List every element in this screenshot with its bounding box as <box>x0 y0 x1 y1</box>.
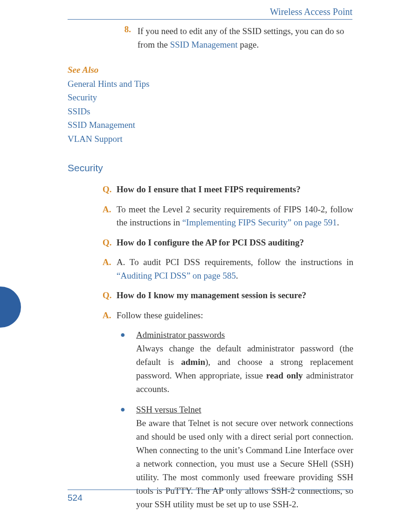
qa-block: Q. How do I ensure that I meet FIPS requ… <box>103 183 353 511</box>
step-marker: 8. <box>68 24 138 52</box>
a-after: . <box>337 217 339 227</box>
bullet-content: Administrator passwords Always change th… <box>136 329 353 396</box>
qa-question: Q. How do I know my management session i… <box>103 289 353 302</box>
a-text: A. To audit PCI DSS requirements, follow… <box>117 256 353 282</box>
see-also-heading: See Also <box>68 65 353 75</box>
see-also-item[interactable]: SSIDs <box>68 105 353 118</box>
q-marker: Q. <box>103 236 117 250</box>
a-after: . <box>236 271 238 280</box>
page-number: 524 <box>68 493 352 503</box>
q-marker: Q. <box>103 183 117 196</box>
bullet-item: ● Administrator passwords Always change … <box>120 329 353 396</box>
q-marker: Q. <box>103 289 117 302</box>
qa-answer: A. To meet the Level 2 security requirem… <box>103 203 353 230</box>
qa-question: Q. How do I ensure that I meet FIPS requ… <box>103 183 353 196</box>
a-before: Follow these guidelines: <box>117 310 203 320</box>
step-8: 8. If you need to edit any of the SSID s… <box>68 24 353 52</box>
q-text: How do I know my management session is s… <box>117 289 353 302</box>
a-text: Follow these guidelines: <box>117 309 353 322</box>
qa-answer: A. Follow these guidelines: <box>103 309 353 322</box>
side-tab-indicator <box>0 287 21 328</box>
bullet-title: Administrator passwords <box>136 330 225 340</box>
a-marker: A. <box>103 309 117 322</box>
qa-question: Q. How do I configure the AP for PCI DSS… <box>103 236 353 250</box>
qa-answer: A. A. To audit PCI DSS requirements, fol… <box>103 256 353 282</box>
step-content: If you need to edit any of the SSID sett… <box>138 24 353 52</box>
section-heading-security: Security <box>68 162 353 174</box>
link-fips-security[interactable]: “Implementing FIPS Security” on page 591 <box>182 217 337 227</box>
header-title: Wireless Access Point <box>68 7 352 17</box>
link-ssid-management[interactable]: SSID Management <box>170 40 238 49</box>
see-also-item[interactable]: Security <box>68 91 353 104</box>
footer-rule <box>68 490 352 490</box>
q-text: How do I configure the AP for PCI DSS au… <box>117 236 353 250</box>
see-also-item[interactable]: General Hints and Tips <box>68 77 353 91</box>
link-pci-dss[interactable]: “Auditing PCI DSS” on page 585 <box>117 271 236 280</box>
body: 8. If you need to edit any of the SSID s… <box>68 24 353 518</box>
step-text-after: page. <box>238 40 259 49</box>
page-header: Wireless Access Point <box>68 7 352 20</box>
a-marker: A. <box>103 203 117 230</box>
bullet-bold2: read only <box>266 371 303 380</box>
q-text: How do I ensure that I meet FIPS require… <box>117 183 353 196</box>
page: Wireless Access Point 8. If you need to … <box>0 0 420 518</box>
header-rule <box>68 19 352 20</box>
see-also-item[interactable]: VLAN Support <box>68 132 353 146</box>
bullet-icon: ● <box>120 329 136 396</box>
page-footer: 524 <box>68 490 352 503</box>
a-marker: A. <box>103 256 117 282</box>
a-before: A. To audit PCI DSS requirements, follow… <box>117 257 353 267</box>
see-also-item[interactable]: SSID Management <box>68 118 353 132</box>
a-text: To meet the Level 2 security requirement… <box>117 203 353 230</box>
bullet-title: SSH versus Telnet <box>136 405 201 414</box>
bullet-bold1: admin <box>181 357 206 367</box>
guidelines-list: ● Administrator passwords Always change … <box>103 329 353 511</box>
see-also-list: General Hints and Tips Security SSIDs SS… <box>68 77 353 146</box>
